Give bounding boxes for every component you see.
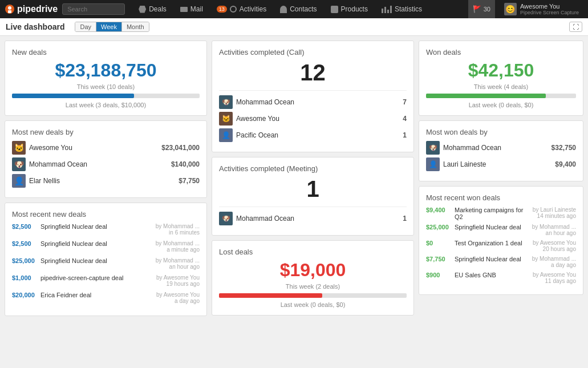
- won-deals-progress-bg: [426, 94, 576, 98]
- won-name: EU Sales GNB: [455, 272, 530, 278]
- lost-deals-title: Lost deals: [219, 248, 407, 256]
- person-name: Pacific Ocean: [236, 131, 399, 139]
- won-deals-progress-fill: [426, 94, 546, 98]
- avatar: 👤: [426, 157, 440, 171]
- logo[interactable]: pipedrive: [5, 4, 58, 14]
- mid-column: Activities completed (Call) 12 🐶 Mohamma…: [212, 41, 414, 316]
- list-item: $7,750 Springfield Nuclear deal by Moham…: [426, 256, 576, 268]
- list-item: $1,000 pipedrive-screen-capture deal by …: [12, 274, 200, 287]
- mail-icon: [180, 7, 188, 12]
- person-value: 1: [403, 215, 407, 223]
- period-selector: Day Week Month: [75, 22, 149, 32]
- person-value: $32,750: [551, 144, 576, 152]
- user-name: Awesome You: [520, 3, 579, 10]
- person-name: Mohammad Ocean: [236, 215, 399, 223]
- deal-meta: by Mohammad ... an hour ago: [156, 257, 200, 270]
- deal-name: Springfield Nuclear deal: [40, 240, 153, 247]
- statistics-icon: [382, 6, 392, 13]
- most-recent-new-deals-card: Most recent new deals $2,500 Springfield…: [5, 203, 207, 316]
- deal-meta: by Mohammad ... a minute ago: [156, 240, 200, 253]
- user-sub: Pipedrive Screen Capture: [520, 10, 579, 15]
- most-new-deals-card: Most new deals by 🐱 Awesome You $23,041,…: [5, 120, 207, 198]
- most-won-deals-title: Most won deals by: [426, 128, 576, 136]
- list-item: $25,000 Springfield Nuclear deal by Moha…: [12, 257, 200, 270]
- person-value: $140,000: [171, 160, 200, 168]
- flag-badge: 30: [484, 6, 490, 13]
- month-button[interactable]: Month: [122, 22, 149, 31]
- nav-contacts[interactable]: Contacts: [273, 0, 323, 18]
- left-column: New deals $23,188,750 This week (10 deal…: [5, 41, 207, 316]
- won-meta: by Awesome You 11 days ago: [533, 272, 576, 284]
- nav-deals-label: Deals: [149, 5, 167, 13]
- avatar: 🐶: [219, 95, 233, 109]
- list-item: 🐶 Mohammad Ocean $140,000: [12, 157, 200, 171]
- won-name: Springfield Nuclear deal: [455, 224, 529, 230]
- list-item: $0 Test Organization 1 deal by Awesome Y…: [426, 240, 576, 252]
- nav-products[interactable]: Products: [324, 0, 375, 18]
- list-item: $2,500 Springfield Nuclear deal by Moham…: [12, 223, 200, 236]
- person-name: Mohammad Ocean: [29, 160, 168, 168]
- avatar: 👤: [219, 128, 233, 142]
- activities-meeting-value: 1: [219, 176, 407, 202]
- day-button[interactable]: Day: [75, 22, 96, 31]
- contacts-icon: [280, 6, 287, 13]
- won-amount: $0: [426, 240, 452, 246]
- avatar: 🐱: [12, 141, 26, 155]
- svg-rect-2: [8, 10, 11, 13]
- list-item: $25,000 Springfield Nuclear deal by Moha…: [426, 224, 576, 236]
- activities-meeting-title: Activities completed (Meeting): [219, 164, 407, 173]
- list-item: $20,000 Erica Feidner deal by Awesome Yo…: [12, 292, 200, 304]
- new-deals-week: This week (10 deals): [12, 83, 200, 90]
- products-icon: [331, 6, 338, 13]
- nav-deals[interactable]: Deals: [132, 0, 173, 18]
- list-item: 🐶 Mohammad Ocean 7: [219, 95, 407, 109]
- nav-statistics[interactable]: Statistics: [375, 0, 429, 18]
- search-input[interactable]: [62, 3, 125, 15]
- list-item: 👤 Pacific Ocean 1: [219, 128, 407, 142]
- list-item: 🐶 Mohammad Ocean 1: [219, 212, 407, 225]
- avatar: 🐶: [426, 141, 440, 155]
- won-deals-value: $42,150: [426, 60, 576, 81]
- main-content: New deals $23,188,750 This week (10 deal…: [0, 36, 588, 321]
- recent-won-deals-title: Most recent won deals: [426, 193, 576, 202]
- deal-name: Erica Feidner deal: [40, 292, 153, 298]
- nav-statistics-label: Statistics: [395, 5, 422, 13]
- won-meta: by Awesome You 20 hours ago: [533, 240, 576, 252]
- activities-badge: 13: [217, 6, 227, 13]
- avatar: 👤: [12, 174, 26, 188]
- recent-new-deals-list: $2,500 Springfield Nuclear deal by Moham…: [12, 223, 200, 304]
- activities-call-list: 🐶 Mohammad Ocean 7 🐱 Awesome You 4 👤 Pac…: [219, 95, 407, 142]
- week-button[interactable]: Week: [96, 22, 122, 31]
- nav-activities-label: Activities: [240, 5, 266, 13]
- nav-activities[interactable]: 13 Activities: [210, 0, 273, 18]
- won-amount: $7,750: [426, 256, 452, 262]
- new-deals-card: New deals $23,188,750 This week (10 deal…: [5, 41, 207, 116]
- activities-call-card: Activities completed (Call) 12 🐶 Mohamma…: [212, 41, 414, 152]
- deal-meta: by Awesome You 19 hours ago: [156, 274, 200, 287]
- nav-user[interactable]: 😊 Awesome You Pipedrive Screen Capture: [500, 3, 583, 15]
- won-meta: by Mohammad ... an hour ago: [532, 224, 576, 236]
- list-item: 🐱 Awesome You 4: [219, 112, 407, 126]
- most-new-deals-title: Most new deals by: [12, 128, 200, 136]
- list-item: $2,500 Springfield Nuclear deal by Moham…: [12, 240, 200, 253]
- deal-name: pipedrive-screen-capture deal: [40, 274, 153, 281]
- new-deals-title: New deals: [12, 48, 200, 56]
- nav-flag[interactable]: 🚩 30: [468, 0, 495, 18]
- person-value: $7,750: [179, 177, 200, 185]
- list-item: $9,400 Marketing campaigns for Q2 by Lau…: [426, 207, 576, 220]
- person-value: $9,400: [555, 160, 576, 168]
- page-title: Live dashboard: [6, 22, 64, 31]
- svg-point-1: [8, 6, 11, 10]
- lost-deals-progress-fill: [219, 293, 322, 298]
- nav-mail[interactable]: Mail: [173, 0, 210, 18]
- avatar: 🐶: [219, 212, 233, 225]
- most-won-deals-card: Most won deals by 🐶 Mohammad Ocean $32,7…: [419, 120, 583, 181]
- person-value: 7: [403, 98, 407, 106]
- user-info: Awesome You Pipedrive Screen Capture: [520, 3, 579, 15]
- nav-right: 🚩 30 😊 Awesome You Pipedrive Screen Capt…: [468, 0, 583, 18]
- right-column: Won deals $42,150 This week (4 deals) La…: [419, 41, 583, 316]
- flag-icon: 🚩: [473, 5, 481, 13]
- recent-won-deals-list: $9,400 Marketing campaigns for Q2 by Lau…: [426, 207, 576, 284]
- expand-button[interactable]: ⛶: [569, 22, 582, 32]
- lost-deals-value: $19,000: [219, 260, 407, 281]
